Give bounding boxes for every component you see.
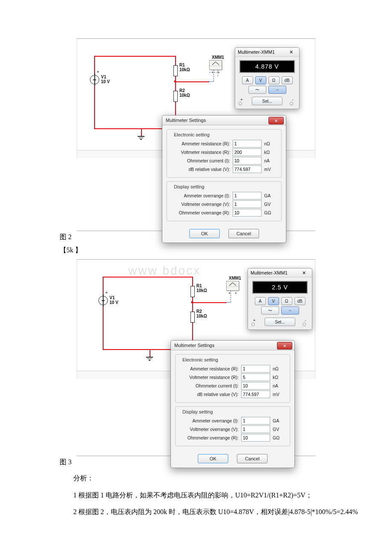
resistor-r1-icon: [173, 65, 178, 76]
ground-icon: [138, 136, 144, 140]
mode-a-button[interactable]: A: [242, 76, 253, 84]
mode-v-button[interactable]: V: [268, 297, 279, 305]
ac-button[interactable]: 〜: [261, 306, 279, 315]
multimeter-label: XMM1: [212, 55, 224, 60]
voltage-source-icon: [90, 75, 99, 84]
resistor-r1-label: R1 10kΩ: [196, 283, 207, 293]
mode-db-button[interactable]: dB: [282, 76, 293, 84]
figure-3: www bdocx + V1 10 V R1: [77, 259, 315, 456]
ammeter-overrange-input[interactable]: [233, 192, 262, 199]
electronic-setting-group: Electronic setting Ammeter resistance (R…: [175, 354, 290, 403]
voltmeter-overrange-input[interactable]: [233, 200, 262, 208]
set-button[interactable]: Set...: [252, 97, 282, 105]
resistor-r1-icon: [190, 286, 195, 297]
multimeter-icon[interactable]: [226, 281, 239, 291]
figure-2: + V1 10 V R1 10kΩ R2 10kΩ XMM1: [77, 38, 315, 231]
minus-terminal-icon: [290, 102, 293, 105]
multimeter-label: XMM1: [229, 276, 241, 280]
multimeter-window-title: Multimeter-XMM1 ✕: [235, 48, 299, 57]
plus-terminal-label: +: [239, 97, 245, 102]
multimeter-window[interactable]: Multimeter-XMM1 ✕ 4.878 V A V Ω dB 〜 ⎓ +: [235, 47, 300, 109]
ok-button[interactable]: OK: [189, 229, 220, 238]
ground-icon: [146, 357, 153, 361]
display-setting-group: Display setting Ammeter overrange (I):GA…: [167, 181, 282, 221]
mode-a-button[interactable]: A: [255, 297, 266, 305]
multimeter-reading: 2.5 V: [252, 281, 308, 294]
ok-button[interactable]: OK: [198, 454, 228, 463]
analysis-line-2: 2 根据图 2，电压表内阻为 200k 时，电压表示数 U10=4.878V，相…: [60, 506, 362, 517]
db-relative-input[interactable]: [233, 165, 262, 173]
plus-terminal-icon: [251, 323, 255, 326]
multimeter-settings-dialog[interactable]: Multimeter Settings ✕ Electronic setting…: [170, 340, 295, 468]
plus-terminal-label: +: [251, 318, 257, 323]
dc-button[interactable]: ⎓: [268, 86, 286, 94]
ac-button[interactable]: 〜: [248, 86, 266, 94]
resistor-r2-icon: [190, 312, 195, 323]
ohmmeter-current-input[interactable]: [233, 157, 262, 165]
resistor-r2-icon: [173, 91, 178, 102]
multimeter-icon[interactable]: [209, 60, 222, 70]
settings-title: Multimeter Settings ✕: [162, 116, 286, 125]
source-label: V1 10 V: [110, 295, 118, 305]
voltage-source-icon: [98, 296, 108, 305]
minus-terminal-icon: [303, 323, 306, 326]
multimeter-window-title: Multimeter-XMM1 ✕: [248, 269, 312, 278]
ammeter-resistance-input[interactable]: [241, 365, 270, 373]
multimeter-settings-dialog[interactable]: Multimeter Settings ✕ Electronic setting…: [162, 115, 286, 243]
resistor-r1-label: R1 10kΩ: [179, 63, 190, 72]
mode-ohm-button[interactable]: Ω: [268, 76, 280, 84]
voltmeter-resistance-input[interactable]: [233, 148, 262, 156]
multimeter-reading: 4.878 V: [239, 60, 295, 73]
ammeter-resistance-input[interactable]: [233, 140, 262, 147]
dc-button[interactable]: ⎓: [281, 306, 299, 315]
resistor-r2-label: R2 10kΩ: [179, 88, 190, 98]
resistor-r2-label: R2 10kΩ: [196, 309, 207, 318]
watermark: www bdocx: [128, 264, 201, 278]
analysis-heading: 分析：: [60, 473, 362, 484]
set-button[interactable]: Set...: [265, 318, 295, 326]
ohmmeter-overrange-input[interactable]: [233, 209, 262, 217]
minus-terminal-label: -: [290, 97, 296, 102]
close-button[interactable]: ✕: [277, 342, 292, 350]
voltmeter-resistance-input[interactable]: [241, 373, 270, 381]
settings-title: Multimeter Settings ✕: [171, 341, 294, 350]
close-icon[interactable]: ✕: [297, 270, 310, 276]
analysis-line-1: 1 根据图 1 电路分析，如果不考虑电压表内阻的影响，U10=R2V1/(R1+…: [60, 490, 362, 501]
voltmeter-overrange-input[interactable]: [241, 425, 270, 433]
ohmmeter-current-input[interactable]: [241, 382, 270, 390]
cancel-button[interactable]: Cancel: [237, 454, 268, 463]
electronic-setting-group: Electronic setting Ammeter resistance (R…: [167, 129, 282, 178]
ammeter-overrange-input[interactable]: [241, 417, 270, 425]
db-relative-input[interactable]: [241, 390, 270, 398]
cancel-button[interactable]: Cancel: [228, 229, 259, 238]
display-setting-group: Display setting Ammeter overrange (I):GA…: [175, 406, 290, 446]
mode-ohm-button[interactable]: Ω: [281, 297, 292, 305]
source-label: V1 10 V: [101, 75, 110, 84]
minus-terminal-label: -: [303, 318, 308, 323]
close-button[interactable]: ✕: [268, 117, 284, 124]
close-icon[interactable]: ✕: [285, 49, 297, 55]
plus-terminal-icon: [239, 102, 242, 105]
mode-db-button[interactable]: dB: [294, 297, 306, 305]
mode-v-button[interactable]: V: [255, 76, 266, 84]
section-5k-label: 【5k 】: [60, 246, 362, 255]
ohmmeter-overrange-input[interactable]: [241, 434, 270, 442]
multimeter-window[interactable]: Multimeter-XMM1 ✕ 2.5 V A V Ω dB 〜 ⎓ +: [248, 268, 312, 330]
